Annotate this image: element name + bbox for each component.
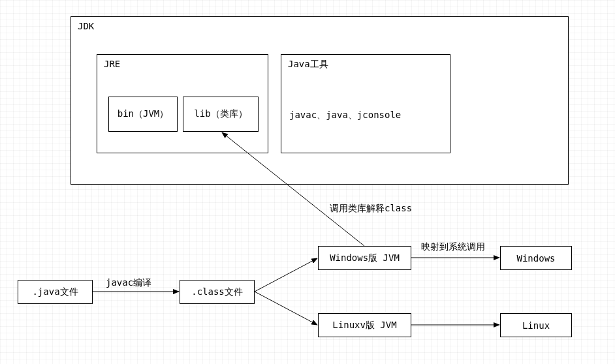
java-file-box: .java文件 — [18, 280, 93, 304]
windows-label: Windows — [516, 253, 555, 264]
map-syscall-label: 映射到系统调用 — [421, 241, 485, 253]
jre-bin-box: bin（JVM） — [108, 97, 178, 132]
class-file-box: .class文件 — [180, 280, 255, 304]
jdk-title: JDK — [78, 21, 94, 31]
jvm-linux-label: Linuxv版 JVM — [332, 320, 396, 331]
windows-box: Windows — [500, 246, 572, 270]
jvm-windows-box: Windows版 JVM — [318, 246, 411, 270]
linux-box: Linux — [500, 313, 572, 337]
javac-compile-label: javac编译 — [106, 277, 151, 289]
jvm-windows-label: Windows版 JVM — [330, 252, 400, 264]
jre-bin-label: bin（JVM） — [118, 108, 169, 120]
invoke-lib-label: 调用类库解释class — [330, 203, 412, 215]
arrow-class-to-winJvm — [255, 258, 317, 292]
jre-title: JRE — [104, 59, 120, 69]
java-tools-box: Java工具 javac、java、jconsole — [281, 54, 450, 153]
linux-label: Linux — [522, 320, 550, 331]
jre-lib-box: lib（类库） — [183, 97, 259, 132]
jvm-linux-box: Linuxv版 JVM — [318, 313, 411, 337]
java-tools-body: javac、java、jconsole — [289, 110, 401, 121]
java-file-label: .java文件 — [32, 286, 78, 298]
class-file-label: .class文件 — [191, 286, 243, 298]
jre-lib-label: lib（类库） — [194, 108, 247, 120]
java-tools-title: Java工具 — [288, 59, 328, 70]
arrow-class-to-linuxJvm — [255, 292, 317, 325]
